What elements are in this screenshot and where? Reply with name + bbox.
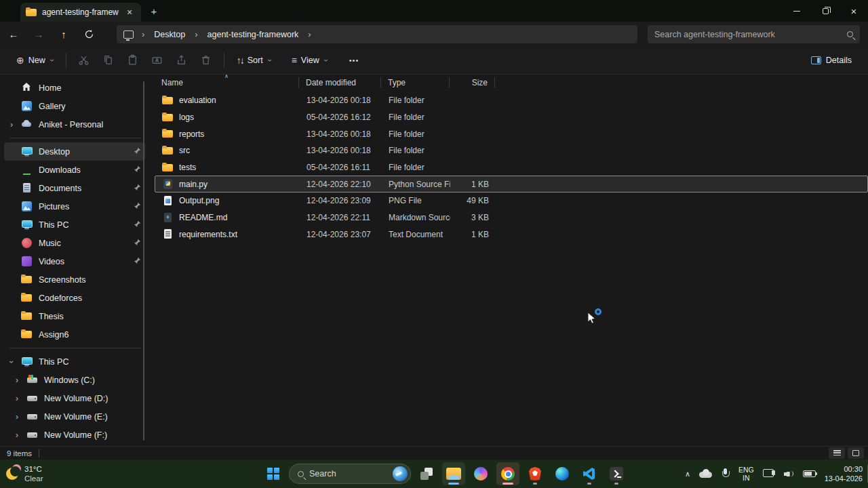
explorer-search-box[interactable]: Search agent-testing-framework (648, 25, 860, 43)
ellipsis-icon: ••• (349, 56, 359, 64)
sidebar-item-this-pc[interactable]: › This PC (4, 352, 145, 371)
file-row[interactable]: requirements.txt 12-04-2026 23:07 Text D… (155, 226, 868, 243)
weather-widget[interactable]: 1 31°C Clear (5, 464, 43, 484)
chevron-down-icon[interactable]: › (7, 359, 16, 365)
file-date-modified: 13-04-2026 00:18 (300, 146, 382, 155)
file-row[interactable]: evaluation 13-04-2026 00:18 File folder (155, 92, 868, 109)
vscode-taskbar-button[interactable] (578, 462, 601, 485)
copy-button[interactable] (96, 49, 121, 71)
file-row[interactable]: reports 13-04-2026 00:18 File folder (155, 125, 868, 142)
file-row[interactable]: README.md 12-04-2026 22:11 Markdown Sour… (155, 209, 868, 226)
language-indicator[interactable]: ENG IN (738, 466, 754, 482)
pin-icon (134, 257, 141, 266)
details-view-button[interactable] (829, 447, 845, 459)
file-list-pane: ∧ Name Date modified Type Size evalua (151, 75, 868, 446)
onedrive-cloud-icon (21, 119, 33, 130)
sidebar-folder-item[interactable]: Codeforces (4, 289, 145, 307)
details-pane-button[interactable]: Details (804, 51, 859, 70)
column-header-type[interactable]: Type (381, 78, 449, 87)
breadcrumb-folder[interactable]: agent-testing-framework (205, 28, 302, 41)
documents-icon (21, 182, 33, 194)
onedrive-tray-icon[interactable] (699, 469, 713, 479)
sort-button[interactable]: ↑↓ Sort › (230, 50, 278, 70)
file-row[interactable]: Output.png 12-04-2026 23:09 PNG File 49 … (155, 192, 868, 209)
file-row[interactable]: src 13-04-2026 00:18 File folder (155, 142, 868, 159)
column-header-size[interactable]: Size (450, 78, 494, 87)
brave-taskbar-button[interactable] (524, 462, 547, 485)
sidebar-pinned-item[interactable]: Documents (4, 179, 145, 197)
breadcrumb-desktop[interactable]: Desktop (151, 28, 188, 41)
copilot-taskbar-button[interactable] (469, 462, 492, 485)
minimize-button[interactable] (783, 0, 811, 22)
file-row[interactable]: tests 05-04-2026 16:11 File folder (155, 159, 868, 176)
task-view-icon (420, 468, 433, 480)
explorer-tab[interactable]: agent-testing-framework × (20, 3, 141, 22)
new-button[interactable]: ⊕ New › (9, 50, 60, 70)
paste-button[interactable] (121, 49, 145, 71)
sidebar-item-gallery[interactable]: Gallery (4, 97, 145, 115)
sidebar-drive-item[interactable]: › New Volume (E:) (9, 407, 145, 426)
file-date-modified: 12-04-2026 22:11 (300, 213, 382, 222)
thumbnail-view-button[interactable] (848, 447, 864, 459)
sidebar-folder-item[interactable]: Assign6 (4, 325, 145, 344)
chrome-taskbar-button[interactable] (496, 462, 519, 485)
volume-tray-icon[interactable] (784, 469, 794, 479)
cut-icon (78, 54, 90, 66)
edge-taskbar-button[interactable] (551, 462, 574, 485)
hidden-icons-chevron[interactable]: ∧ (685, 470, 690, 479)
restore-button[interactable] (811, 0, 840, 22)
tab-close-icon[interactable]: × (123, 6, 136, 18)
share-button[interactable] (170, 49, 194, 71)
new-tab-button[interactable]: + (148, 5, 160, 17)
sidebar-pinned-item[interactable]: Pictures (4, 197, 145, 216)
sidebar-folder-item[interactable]: Thesis (4, 307, 145, 325)
chevron-right-icon[interactable]: › (8, 120, 15, 129)
divider (66, 53, 66, 68)
sidebar-item-onedrive[interactable]: › Aniket - Personal (4, 115, 145, 134)
sidebar-pinned-item[interactable]: Music (4, 234, 145, 252)
sidebar-pinned-item[interactable]: Videos (4, 252, 145, 270)
start-button[interactable] (262, 462, 285, 485)
file-row[interactable]: logs 05-04-2026 16:12 File folder (155, 109, 868, 126)
file-name: tests (179, 163, 196, 172)
chevron-right-icon[interactable]: › (14, 394, 20, 403)
clock[interactable]: 00:30 13-04-2026 (825, 464, 863, 484)
column-header-name[interactable]: ∧ Name (155, 78, 298, 87)
task-view-button[interactable] (415, 462, 438, 485)
terminal-taskbar-button[interactable] (605, 462, 628, 485)
forward-button[interactable]: → (27, 24, 50, 44)
breadcrumb[interactable]: › Desktop › agent-testing-framework › (117, 25, 637, 43)
network-tray-icon[interactable] (763, 469, 775, 479)
chevron-down-icon: › (47, 59, 57, 62)
battery-tray-icon[interactable] (803, 470, 816, 477)
taskbar-search-box[interactable]: Search (289, 464, 411, 484)
sidebar-drive-item[interactable]: › New Volume (F:) (9, 426, 145, 444)
cut-button[interactable] (72, 49, 96, 71)
file-explorer-taskbar-button[interactable] (442, 462, 465, 485)
sidebar-pinned-item[interactable]: Desktop (4, 142, 145, 161)
restore-icon (823, 8, 829, 14)
chevron-right-icon[interactable]: › (14, 412, 20, 422)
refresh-button[interactable] (77, 24, 100, 44)
microphone-tray-icon[interactable] (722, 468, 730, 479)
chevron-right-icon[interactable]: › (14, 430, 20, 440)
sidebar-pinned-item[interactable]: Downloads (4, 161, 145, 179)
column-separator[interactable] (494, 77, 495, 88)
sidebar-drive-item[interactable]: › New Volume (D:) (9, 389, 145, 407)
sidebar-pinned-item[interactable]: This PC (4, 216, 145, 234)
column-header-date-modified[interactable]: Date modified (299, 78, 380, 87)
chevron-right-icon[interactable]: › (14, 375, 20, 385)
view-button[interactable]: ≡ View › (285, 50, 334, 70)
sidebar-folder-item[interactable]: Screenshots (4, 270, 145, 289)
up-button[interactable]: ↑ (52, 24, 75, 44)
close-button[interactable]: × (840, 0, 868, 22)
file-row[interactable]: main.py 12-04-2026 22:10 Python Source F… (155, 176, 868, 192)
more-options-button[interactable]: ••• (342, 52, 366, 69)
back-button[interactable]: ← (2, 24, 25, 44)
sidebar-scrollbar[interactable] (143, 81, 144, 441)
delete-button[interactable] (194, 49, 218, 71)
sidebar-item-home[interactable]: Home (4, 79, 145, 97)
sidebar-drive-item[interactable]: › Windows (C:) (9, 371, 145, 389)
rename-button[interactable] (145, 49, 170, 71)
drive-icon (26, 429, 38, 441)
